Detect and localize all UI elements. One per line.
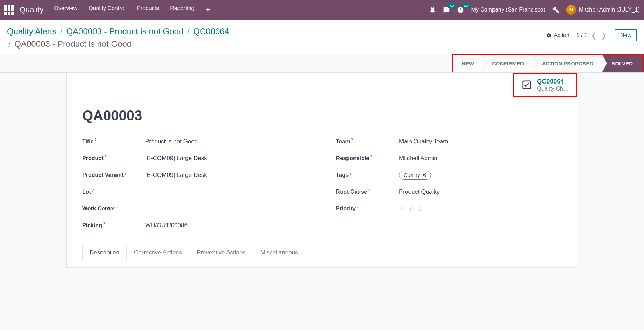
form-grid: Title? Product is not Good Product? [E-C… <box>82 133 562 234</box>
main-menu: Overview Quality Control Products Report… <box>54 5 210 14</box>
sheet-wrap: QC00064 Quality Ch… QA00003 Title? Produ… <box>0 73 644 282</box>
star-icon[interactable]: ☆ <box>399 204 406 213</box>
app-title[interactable]: Quality <box>20 5 43 14</box>
label-root-cause: Root Cause? <box>336 188 399 195</box>
star-icon[interactable]: ☆ <box>408 204 415 213</box>
help-icon[interactable]: ? <box>349 171 351 175</box>
menu-add-icon[interactable] <box>206 5 210 14</box>
menu-overview[interactable]: Overview <box>54 5 77 14</box>
top-navbar: Quality Overview Quality Control Product… <box>0 0 644 20</box>
label-lot: Lot? <box>82 188 145 195</box>
pager: 1 / 1 ❮ ❯ <box>576 31 608 40</box>
new-button[interactable]: New <box>615 29 637 41</box>
help-icon[interactable]: ? <box>103 222 105 226</box>
pager-value[interactable]: 1 / 1 <box>576 32 587 38</box>
apps-icon[interactable] <box>4 5 14 15</box>
label-tags: Tags? <box>336 171 399 178</box>
action-label: Action <box>554 32 569 38</box>
chat-badge: 53 <box>448 3 456 8</box>
tab-miscellaneous[interactable]: Miscellaneous <box>253 245 306 260</box>
check-icon <box>522 80 532 90</box>
statusbar-wrap: NEW CONFIRMED ACTION PROPOSED SOLVED <box>0 54 644 73</box>
label-priority: Priority? <box>336 205 399 212</box>
value-team[interactable]: Main Quality Team <box>399 138 448 145</box>
help-icon[interactable]: ? <box>356 205 358 209</box>
star-icon[interactable]: ☆ <box>417 204 424 213</box>
label-title: Title? <box>82 138 145 145</box>
record-id: QA00003 <box>82 108 562 123</box>
breadcrumb-link[interactable]: QC00064 <box>193 27 229 36</box>
tag-chip[interactable]: Quality ✕ <box>399 171 431 180</box>
menu-quality-control[interactable]: Quality Control <box>89 5 126 14</box>
company-switcher[interactable]: My Company (San Francisco) <box>471 7 545 13</box>
control-panel-right: Action 1 / 1 ❮ ❯ New <box>546 25 637 41</box>
control-panel: Quality Alerts / QA00003 - Product is no… <box>0 20 644 54</box>
user-menu[interactable]: M Mitchell Admin (JULY_1) <box>566 5 640 15</box>
menu-products[interactable]: Products <box>137 5 159 14</box>
activity-icon[interactable]: 63 <box>457 6 464 13</box>
quality-check-stat-button[interactable]: QC00064 Quality Ch… <box>514 74 576 96</box>
gear-icon <box>546 33 552 38</box>
action-dropdown[interactable]: Action <box>546 32 569 38</box>
label-product-variant: Product Variant? <box>82 171 145 178</box>
pager-prev-icon[interactable]: ❮ <box>590 31 597 40</box>
tab-preventive-actions[interactable]: Preventive Actions <box>189 245 253 260</box>
value-product-variant[interactable]: [E-COM09] Large Desk <box>145 172 207 179</box>
tab-description[interactable]: Description <box>82 245 127 260</box>
help-icon[interactable]: ? <box>94 138 97 142</box>
nav-right: 53 63 My Company (San Francisco) M Mitch… <box>429 5 640 15</box>
statusbar: NEW CONFIRMED ACTION PROPOSED SOLVED <box>453 55 643 72</box>
bug-icon[interactable] <box>429 6 436 13</box>
value-responsible[interactable]: Mitchell Admin <box>399 155 438 162</box>
tag-remove-icon[interactable]: ✕ <box>422 172 427 178</box>
help-icon[interactable]: ? <box>104 155 106 159</box>
breadcrumb-sep: / <box>187 27 190 36</box>
label-team: Team? <box>336 138 399 145</box>
stat-button-ref: QC00064 <box>537 78 569 86</box>
pager-next-icon[interactable]: ❯ <box>600 31 608 40</box>
help-icon[interactable]: ? <box>351 138 353 142</box>
value-product[interactable]: [E-COM09] Large Desk <box>145 155 207 162</box>
label-picking: Picking? <box>82 222 145 229</box>
breadcrumb-link[interactable]: Quality Alerts <box>7 27 56 36</box>
value-picking[interactable]: WH/OUT/00086 <box>145 222 188 229</box>
help-icon[interactable]: ? <box>368 188 370 192</box>
breadcrumb-sep: / <box>8 39 11 49</box>
label-work-center: Work Center? <box>82 205 145 212</box>
notebook-tabs: Description Corrective Actions Preventiv… <box>82 244 562 260</box>
breadcrumb-current: QA00003 - Product is not Good <box>14 39 132 49</box>
avatar: M <box>566 5 576 15</box>
value-priority[interactable]: ☆ ☆ ☆ <box>399 204 424 213</box>
tag-label: Quality <box>404 172 420 178</box>
label-product: Product? <box>82 155 145 162</box>
help-icon[interactable]: ? <box>370 155 372 159</box>
label-responsible: Responsible? <box>336 155 399 162</box>
help-icon[interactable]: ? <box>116 205 118 209</box>
stage-solved[interactable]: SOLVED <box>602 55 643 72</box>
help-icon[interactable]: ? <box>92 188 94 192</box>
stat-button-highlight-box: QC00064 Quality Ch… <box>513 73 577 97</box>
form-sheet: QC00064 Quality Ch… QA00003 Title? Produ… <box>66 73 578 268</box>
settings-icon[interactable] <box>552 6 559 13</box>
value-tags[interactable]: Quality ✕ <box>399 171 431 180</box>
stage-action-proposed[interactable]: ACTION PROPOSED <box>533 55 603 72</box>
button-box: QC00064 Quality Ch… <box>67 73 577 97</box>
statusbar-highlight-box: NEW CONFIRMED ACTION PROPOSED SOLVED <box>452 54 644 72</box>
stage-confirmed[interactable]: CONFIRMED <box>483 55 533 72</box>
value-title[interactable]: Product is not Good <box>145 138 198 145</box>
stat-button-sub: Quality Ch… <box>537 86 569 92</box>
breadcrumb-sep: / <box>60 27 63 36</box>
tab-corrective-actions[interactable]: Corrective Actions <box>127 245 189 260</box>
activity-badge: 63 <box>462 3 470 8</box>
help-icon[interactable]: ? <box>124 171 126 175</box>
breadcrumbs: Quality Alerts / QA00003 - Product is no… <box>7 25 229 50</box>
value-root-cause[interactable]: Product Quality <box>399 188 440 195</box>
stage-new[interactable]: NEW <box>453 55 483 72</box>
user-name: Mitchell Admin (JULY_1) <box>579 7 640 13</box>
menu-reporting[interactable]: Reporting <box>170 5 194 14</box>
breadcrumb-link[interactable]: QA00003 - Product is not Good <box>66 27 183 36</box>
chat-icon[interactable]: 53 <box>443 6 450 13</box>
